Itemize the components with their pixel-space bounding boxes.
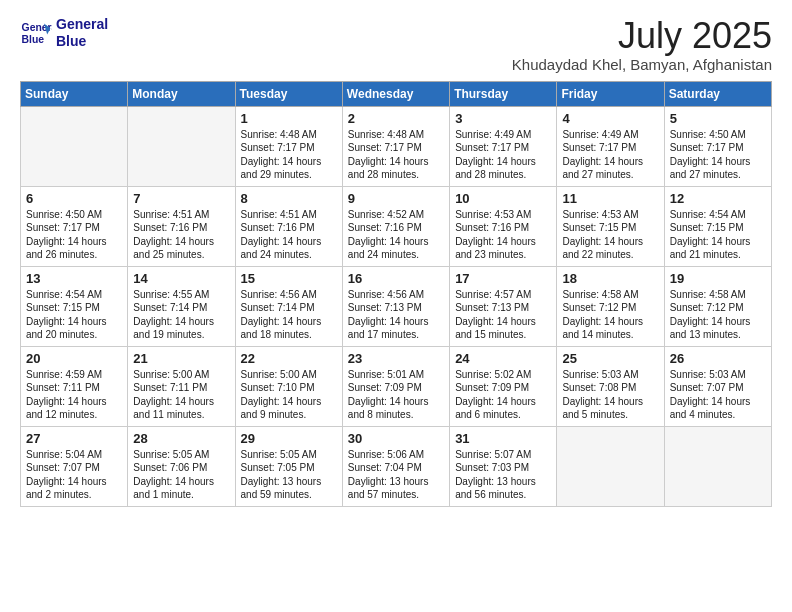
day-number: 27 xyxy=(26,431,122,446)
day-number: 19 xyxy=(670,271,766,286)
cell-info: Sunrise: 5:01 AMSunset: 7:09 PMDaylight:… xyxy=(348,368,444,422)
calendar-cell: 20Sunrise: 4:59 AMSunset: 7:11 PMDayligh… xyxy=(21,346,128,426)
day-number: 25 xyxy=(562,351,658,366)
cell-info: Sunrise: 5:00 AMSunset: 7:11 PMDaylight:… xyxy=(133,368,229,422)
calendar-cell: 10Sunrise: 4:53 AMSunset: 7:16 PMDayligh… xyxy=(450,186,557,266)
cell-info: Sunrise: 4:59 AMSunset: 7:11 PMDaylight:… xyxy=(26,368,122,422)
week-row-3: 20Sunrise: 4:59 AMSunset: 7:11 PMDayligh… xyxy=(21,346,772,426)
calendar-cell: 28Sunrise: 5:05 AMSunset: 7:06 PMDayligh… xyxy=(128,426,235,506)
calendar-cell xyxy=(128,106,235,186)
calendar-cell: 13Sunrise: 4:54 AMSunset: 7:15 PMDayligh… xyxy=(21,266,128,346)
day-number: 2 xyxy=(348,111,444,126)
calendar-cell xyxy=(557,426,664,506)
cell-info: Sunrise: 4:48 AMSunset: 7:17 PMDaylight:… xyxy=(348,128,444,182)
day-number: 6 xyxy=(26,191,122,206)
day-number: 5 xyxy=(670,111,766,126)
cell-info: Sunrise: 4:56 AMSunset: 7:14 PMDaylight:… xyxy=(241,288,337,342)
calendar-cell: 7Sunrise: 4:51 AMSunset: 7:16 PMDaylight… xyxy=(128,186,235,266)
day-number: 16 xyxy=(348,271,444,286)
calendar-cell: 21Sunrise: 5:00 AMSunset: 7:11 PMDayligh… xyxy=(128,346,235,426)
calendar-cell: 12Sunrise: 4:54 AMSunset: 7:15 PMDayligh… xyxy=(664,186,771,266)
cell-info: Sunrise: 4:51 AMSunset: 7:16 PMDaylight:… xyxy=(133,208,229,262)
cell-info: Sunrise: 4:52 AMSunset: 7:16 PMDaylight:… xyxy=(348,208,444,262)
day-number: 29 xyxy=(241,431,337,446)
calendar-cell: 30Sunrise: 5:06 AMSunset: 7:04 PMDayligh… xyxy=(342,426,449,506)
cell-info: Sunrise: 5:00 AMSunset: 7:10 PMDaylight:… xyxy=(241,368,337,422)
calendar-cell: 15Sunrise: 4:56 AMSunset: 7:14 PMDayligh… xyxy=(235,266,342,346)
col-header-saturday: Saturday xyxy=(664,81,771,106)
day-number: 11 xyxy=(562,191,658,206)
week-row-1: 6Sunrise: 4:50 AMSunset: 7:17 PMDaylight… xyxy=(21,186,772,266)
calendar-cell: 3Sunrise: 4:49 AMSunset: 7:17 PMDaylight… xyxy=(450,106,557,186)
day-number: 24 xyxy=(455,351,551,366)
cell-info: Sunrise: 4:51 AMSunset: 7:16 PMDaylight:… xyxy=(241,208,337,262)
calendar-cell: 9Sunrise: 4:52 AMSunset: 7:16 PMDaylight… xyxy=(342,186,449,266)
calendar-cell: 8Sunrise: 4:51 AMSunset: 7:16 PMDaylight… xyxy=(235,186,342,266)
day-number: 8 xyxy=(241,191,337,206)
cell-info: Sunrise: 4:49 AMSunset: 7:17 PMDaylight:… xyxy=(455,128,551,182)
calendar-cell xyxy=(21,106,128,186)
col-header-monday: Monday xyxy=(128,81,235,106)
day-number: 22 xyxy=(241,351,337,366)
day-number: 31 xyxy=(455,431,551,446)
day-number: 3 xyxy=(455,111,551,126)
svg-text:Blue: Blue xyxy=(22,33,45,44)
col-header-tuesday: Tuesday xyxy=(235,81,342,106)
cell-info: Sunrise: 4:54 AMSunset: 7:15 PMDaylight:… xyxy=(26,288,122,342)
cell-info: Sunrise: 4:58 AMSunset: 7:12 PMDaylight:… xyxy=(670,288,766,342)
calendar-cell: 6Sunrise: 4:50 AMSunset: 7:17 PMDaylight… xyxy=(21,186,128,266)
day-number: 4 xyxy=(562,111,658,126)
logo-line1: General xyxy=(56,16,108,33)
calendar-cell: 27Sunrise: 5:04 AMSunset: 7:07 PMDayligh… xyxy=(21,426,128,506)
day-number: 23 xyxy=(348,351,444,366)
day-number: 21 xyxy=(133,351,229,366)
calendar-cell: 1Sunrise: 4:48 AMSunset: 7:17 PMDaylight… xyxy=(235,106,342,186)
calendar-cell: 25Sunrise: 5:03 AMSunset: 7:08 PMDayligh… xyxy=(557,346,664,426)
logo-line2: Blue xyxy=(56,33,108,50)
day-number: 14 xyxy=(133,271,229,286)
week-row-0: 1Sunrise: 4:48 AMSunset: 7:17 PMDaylight… xyxy=(21,106,772,186)
calendar-cell: 19Sunrise: 4:58 AMSunset: 7:12 PMDayligh… xyxy=(664,266,771,346)
day-number: 7 xyxy=(133,191,229,206)
day-number: 20 xyxy=(26,351,122,366)
day-number: 15 xyxy=(241,271,337,286)
calendar-cell: 11Sunrise: 4:53 AMSunset: 7:15 PMDayligh… xyxy=(557,186,664,266)
title-block: July 2025 Khudaydad Khel, Bamyan, Afghan… xyxy=(512,16,772,73)
col-header-sunday: Sunday xyxy=(21,81,128,106)
week-row-2: 13Sunrise: 4:54 AMSunset: 7:15 PMDayligh… xyxy=(21,266,772,346)
cell-info: Sunrise: 4:57 AMSunset: 7:13 PMDaylight:… xyxy=(455,288,551,342)
day-number: 12 xyxy=(670,191,766,206)
cell-info: Sunrise: 5:02 AMSunset: 7:09 PMDaylight:… xyxy=(455,368,551,422)
cell-info: Sunrise: 4:56 AMSunset: 7:13 PMDaylight:… xyxy=(348,288,444,342)
week-row-4: 27Sunrise: 5:04 AMSunset: 7:07 PMDayligh… xyxy=(21,426,772,506)
cell-info: Sunrise: 5:03 AMSunset: 7:07 PMDaylight:… xyxy=(670,368,766,422)
main-title: July 2025 xyxy=(512,16,772,56)
calendar-cell: 24Sunrise: 5:02 AMSunset: 7:09 PMDayligh… xyxy=(450,346,557,426)
header-row: SundayMondayTuesdayWednesdayThursdayFrid… xyxy=(21,81,772,106)
day-number: 1 xyxy=(241,111,337,126)
cell-info: Sunrise: 4:50 AMSunset: 7:17 PMDaylight:… xyxy=(26,208,122,262)
day-number: 18 xyxy=(562,271,658,286)
calendar-cell: 31Sunrise: 5:07 AMSunset: 7:03 PMDayligh… xyxy=(450,426,557,506)
cell-info: Sunrise: 5:05 AMSunset: 7:05 PMDaylight:… xyxy=(241,448,337,502)
calendar-table: SundayMondayTuesdayWednesdayThursdayFrid… xyxy=(20,81,772,507)
day-number: 30 xyxy=(348,431,444,446)
header: General Blue General Blue July 2025 Khud… xyxy=(20,16,772,73)
calendar-cell: 14Sunrise: 4:55 AMSunset: 7:14 PMDayligh… xyxy=(128,266,235,346)
logo: General Blue General Blue xyxy=(20,16,108,50)
cell-info: Sunrise: 4:49 AMSunset: 7:17 PMDaylight:… xyxy=(562,128,658,182)
calendar-cell: 22Sunrise: 5:00 AMSunset: 7:10 PMDayligh… xyxy=(235,346,342,426)
logo-icon: General Blue xyxy=(20,17,52,49)
cell-info: Sunrise: 4:48 AMSunset: 7:17 PMDaylight:… xyxy=(241,128,337,182)
calendar-cell: 2Sunrise: 4:48 AMSunset: 7:17 PMDaylight… xyxy=(342,106,449,186)
page: General Blue General Blue July 2025 Khud… xyxy=(0,0,792,612)
cell-info: Sunrise: 4:55 AMSunset: 7:14 PMDaylight:… xyxy=(133,288,229,342)
col-header-thursday: Thursday xyxy=(450,81,557,106)
calendar-cell: 18Sunrise: 4:58 AMSunset: 7:12 PMDayligh… xyxy=(557,266,664,346)
logo-text-block: General Blue xyxy=(56,16,108,50)
calendar-cell: 4Sunrise: 4:49 AMSunset: 7:17 PMDaylight… xyxy=(557,106,664,186)
cell-info: Sunrise: 4:53 AMSunset: 7:16 PMDaylight:… xyxy=(455,208,551,262)
day-number: 28 xyxy=(133,431,229,446)
cell-info: Sunrise: 4:50 AMSunset: 7:17 PMDaylight:… xyxy=(670,128,766,182)
day-number: 17 xyxy=(455,271,551,286)
